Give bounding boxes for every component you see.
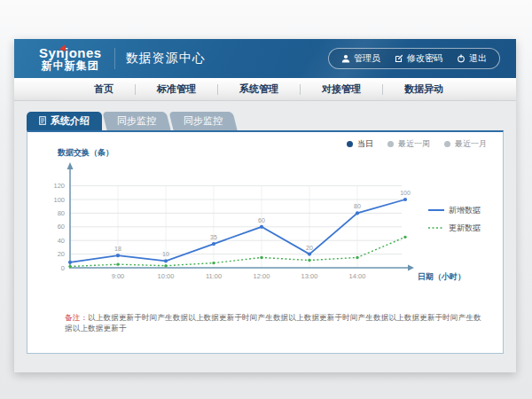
note-text: 以上数据更新于时间产生数据以上数据更新于时间产生数据以上数据更新于时间产生数据以…: [65, 313, 481, 332]
current-user-label: 管理员: [354, 52, 380, 65]
svg-text:100: 100: [400, 190, 411, 196]
legend-label-更新数据: 更新数据: [449, 223, 481, 232]
nav-item-home[interactable]: 首页: [73, 78, 135, 100]
svg-text:11:00: 11:00: [206, 272, 222, 280]
svg-text:14:00: 14:00: [349, 272, 366, 280]
svg-text:9:00: 9:00: [112, 272, 125, 280]
change-password-label: 修改密码: [407, 52, 442, 65]
tab-sync-monitor-1[interactable]: 同步监控: [102, 112, 170, 130]
svg-text:40: 40: [58, 237, 65, 245]
logo-text-en: Synjones: [39, 46, 102, 60]
svg-text:10:00: 10:00: [158, 272, 175, 280]
svg-text:80: 80: [354, 203, 361, 209]
edit-icon: [395, 54, 403, 63]
app-window: Synjones 新中新集团 数据资源中心 管理员 修改密码: [14, 39, 516, 372]
tab-system-intro[interactable]: 系统介绍: [27, 112, 102, 130]
y-axis-title: 数据交换（条）: [57, 148, 113, 157]
svg-text:60: 60: [258, 217, 265, 223]
power-icon: [457, 54, 466, 63]
user-icon: [341, 54, 350, 63]
change-password-button[interactable]: 修改密码: [395, 52, 442, 65]
chart-panel: 当日 最近一周 最近一月 0204060801001209:0010:0011:…: [27, 130, 504, 354]
header-divider: [114, 48, 115, 69]
user-menu: 管理员 修改密码 退出: [328, 48, 500, 69]
nav-item-interface-management[interactable]: 对接管理: [301, 78, 382, 100]
footer-note: 备注：以上数据更新于时间产生数据以上数据更新于时间产生数据以上数据更新于时间产生…: [65, 313, 489, 334]
svg-text:12:00: 12:00: [254, 272, 270, 280]
svg-text:20: 20: [306, 245, 313, 251]
tab-label: 同步监控: [184, 114, 223, 128]
x-axis-title: 日期（小时）: [418, 272, 466, 281]
logo-text-cn: 新中新集团: [39, 60, 102, 72]
brand-logo: Synjones 新中新集团: [39, 46, 102, 71]
legend-label-新增数据: 新增数据: [449, 206, 481, 215]
note-prefix: 备注：: [65, 313, 88, 322]
app-header: Synjones 新中新集团 数据资源中心 管理员 修改密码: [14, 39, 516, 78]
svg-text:35: 35: [210, 234, 217, 240]
svg-text:80: 80: [58, 209, 65, 217]
app-title: 数据资源中心: [126, 51, 206, 66]
line-chart: 0204060801001209:0010:0011:0012:0013:001…: [27, 132, 505, 309]
desktop-background: Synjones 新中新集团 数据资源中心 管理员 修改密码: [0, 0, 532, 399]
nav-item-data-change[interactable]: 数据异动: [383, 78, 465, 100]
nav-item-standard-management[interactable]: 标准管理: [136, 78, 217, 100]
svg-text:120: 120: [53, 182, 65, 190]
tab-label: 同步监控: [117, 114, 156, 128]
svg-text:20: 20: [58, 250, 65, 258]
tab-sync-monitor-2[interactable]: 同步监控: [168, 112, 237, 130]
svg-text:13:00: 13:00: [301, 272, 318, 280]
svg-text:18: 18: [114, 246, 121, 252]
svg-text:60: 60: [58, 223, 65, 231]
nav-item-system-management[interactable]: 系统管理: [218, 78, 300, 100]
current-user-button[interactable]: 管理员: [341, 52, 380, 65]
document-icon: [39, 116, 46, 127]
logout-label: 退出: [469, 52, 487, 65]
tab-label: 系统介绍: [51, 114, 90, 128]
content-area: 系统介绍 同步监控 同步监控 当日 最近一周: [14, 101, 516, 372]
main-nav: 首页 标准管理 系统管理 对接管理 数据异动: [14, 78, 516, 101]
tab-bar: 系统介绍 同步监控 同步监控: [14, 101, 516, 130]
svg-text:10: 10: [162, 251, 169, 257]
svg-text:0: 0: [61, 264, 65, 272]
logout-button[interactable]: 退出: [457, 52, 487, 65]
svg-text:100: 100: [53, 196, 65, 204]
